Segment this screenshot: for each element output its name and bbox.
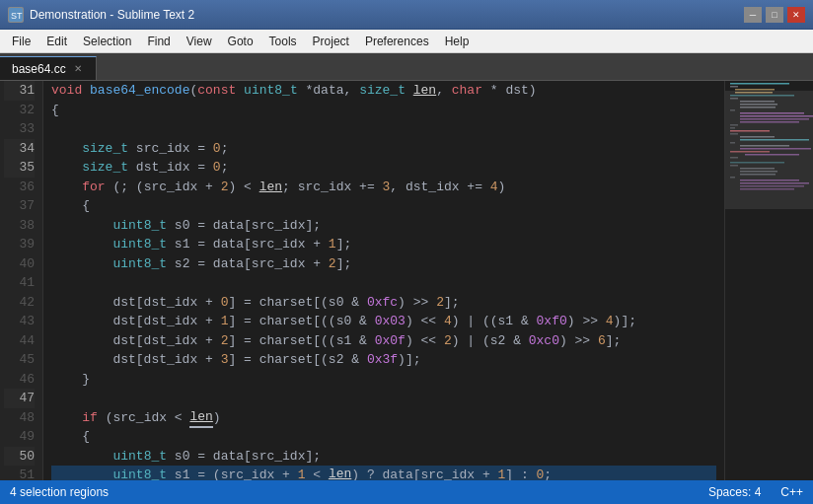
- minimize-button[interactable]: ─: [744, 7, 762, 23]
- code-line-43: dst[dst_idx + 1] = charset[((s0 & 0x03) …: [51, 312, 716, 331]
- close-button[interactable]: ✕: [787, 7, 805, 23]
- code-line-38: uint8_t s0 = data[src_idx];: [51, 216, 716, 236]
- line-num-43: 43: [4, 312, 35, 331]
- line-num-48: 48: [4, 408, 35, 428]
- maximize-button[interactable]: □: [766, 7, 783, 23]
- line-num-49: 49: [4, 427, 35, 447]
- tab-base64cc[interactable]: base64.cc ✕: [0, 56, 97, 80]
- code-line-40: uint8_t s2 = data[src_idx + 2];: [51, 254, 716, 274]
- line-num-51: 51: [4, 466, 35, 480]
- language-info: C++: [780, 485, 803, 499]
- title-bar: ST Demonstration - Sublime Text 2 ─ □ ✕: [0, 0, 813, 30]
- svg-text:ST: ST: [11, 11, 23, 21]
- code-line-47: [51, 389, 716, 408]
- line-num-44: 44: [4, 331, 35, 351]
- line-num-50: 50: [4, 447, 35, 467]
- line-num-41: 41: [4, 273, 35, 293]
- tab-close-button[interactable]: ✕: [72, 62, 84, 75]
- code-line-44: dst[dst_idx + 2] = charset[((s1 & 0x0f) …: [51, 331, 716, 351]
- editor-container: 31 32 33 34 35 36 37 38 39 40 41 42 43 4…: [0, 81, 813, 480]
- menu-find[interactable]: Find: [139, 30, 178, 52]
- code-line-35: size_t dst_idx = 0;: [51, 158, 716, 178]
- menu-help[interactable]: Help: [437, 30, 478, 52]
- line-num-31: 31: [4, 81, 35, 101]
- code-line-33: [51, 119, 716, 139]
- code-line-50: uint8_t s0 = data[src_idx];: [51, 447, 716, 467]
- menu-file[interactable]: File: [4, 30, 38, 52]
- app-icon: ST: [8, 7, 24, 23]
- line-numbers: 31 32 33 34 35 36 37 38 39 40 41 42 43 4…: [0, 81, 43, 480]
- line-num-33: 33: [4, 119, 35, 139]
- code-line-45: dst[dst_idx + 3] = charset[(s2 & 0x3f)];: [51, 350, 716, 370]
- line-num-40: 40: [4, 254, 35, 274]
- minimap: [724, 81, 813, 480]
- minimap-viewport: [725, 91, 813, 209]
- status-bar: 4 selection regions Spaces: 4 C++: [0, 480, 813, 504]
- code-line-48: if (src_idx < len): [51, 408, 716, 428]
- line-num-32: 32: [4, 101, 35, 120]
- code-line-49: {: [51, 427, 716, 447]
- tab-bar: base64.cc ✕: [0, 53, 813, 81]
- line-num-39: 39: [4, 235, 35, 254]
- menu-preferences[interactable]: Preferences: [357, 30, 437, 52]
- status-right: Spaces: 4 C++: [708, 485, 803, 499]
- code-line-32: {: [51, 101, 716, 120]
- code-line-37: {: [51, 196, 716, 216]
- code-line-31: void base64_encode(const uint8_t *data, …: [51, 81, 716, 101]
- code-line-36: for (; (src_idx + 2) < len; src_idx += 3…: [51, 178, 716, 197]
- svg-rect-3: [730, 86, 738, 88]
- code-area[interactable]: void base64_encode(const uint8_t *data, …: [43, 81, 724, 480]
- menu-tools[interactable]: Tools: [261, 30, 305, 52]
- menu-view[interactable]: View: [179, 30, 220, 52]
- code-line-39: uint8_t s1 = data[src_idx + 1];: [51, 235, 716, 254]
- menu-bar: File Edit Selection Find View Goto Tools…: [0, 30, 813, 53]
- line-num-46: 46: [4, 370, 35, 390]
- code-line-34: size_t src_idx = 0;: [51, 139, 716, 159]
- menu-selection[interactable]: Selection: [75, 30, 139, 52]
- svg-rect-2: [730, 83, 789, 85]
- line-num-47: 47: [4, 389, 35, 408]
- indentation-info: Spaces: 4: [708, 485, 761, 499]
- line-num-36: 36: [4, 178, 35, 197]
- line-num-37: 37: [4, 196, 35, 216]
- status-left: 4 selection regions: [10, 485, 109, 499]
- code-line-42: dst[dst_idx + 0] = charset[(s0 & 0xfc) >…: [51, 293, 716, 313]
- code-line-51: uint8_t s1 = (src_idx + 1 < len) ? data[…: [51, 466, 716, 480]
- window-controls[interactable]: ─ □ ✕: [744, 7, 805, 23]
- selection-count: 4 selection regions: [10, 485, 109, 499]
- code-line-46: }: [51, 370, 716, 390]
- line-num-45: 45: [4, 350, 35, 370]
- line-num-42: 42: [4, 293, 35, 313]
- menu-edit[interactable]: Edit: [38, 30, 75, 52]
- line-num-34: 34: [4, 139, 35, 159]
- menu-project[interactable]: Project: [305, 30, 357, 52]
- code-line-41: [51, 273, 716, 293]
- line-num-38: 38: [4, 216, 35, 236]
- menu-goto[interactable]: Goto: [220, 30, 261, 52]
- window-title: Demonstration - Sublime Text 2: [30, 8, 744, 22]
- tab-label: base64.cc: [12, 62, 66, 76]
- line-num-35: 35: [4, 158, 35, 178]
